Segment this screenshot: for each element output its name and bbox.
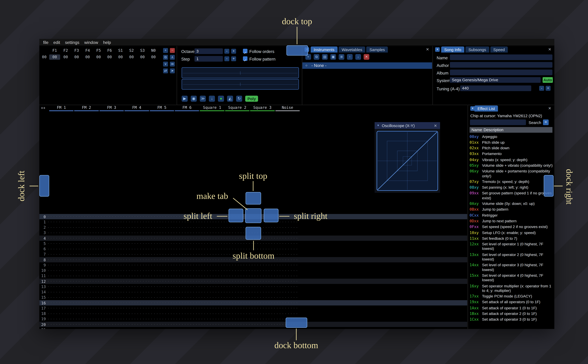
pattern-cell[interactable]: ··········	[123, 231, 148, 235]
duplicate-order-end-button[interactable]: ≫	[170, 62, 175, 66]
channel-header-square-2[interactable]: Square 2	[225, 105, 250, 111]
pattern-cell[interactable]: ··········	[248, 323, 273, 326]
move-order-down-button[interactable]: ∨	[163, 62, 168, 66]
pattern-cell[interactable]: ··········	[248, 290, 273, 294]
dock-target-left[interactable]	[40, 175, 49, 197]
pattern-cell[interactable]: ··········	[148, 269, 173, 272]
pattern-cell[interactable]: ··········	[273, 231, 298, 235]
menu-window[interactable]: window	[84, 40, 99, 45]
pattern-cell[interactable]: ··········	[123, 258, 148, 261]
pattern-cell[interactable]: ··········	[273, 312, 298, 315]
pattern-cell[interactable]: ··········	[173, 253, 198, 256]
play-button[interactable]: ▶	[182, 96, 188, 102]
pattern-row[interactable]: 12······································…	[40, 279, 467, 284]
pattern-cell[interactable]: ··········	[123, 301, 148, 305]
pattern-cell[interactable]: ··········	[47, 258, 73, 261]
remove-order-button[interactable]: −	[170, 48, 175, 53]
pattern-cell[interactable]: ··········	[98, 263, 123, 267]
pattern-row[interactable]: 11······································…	[40, 273, 467, 279]
split-target-top[interactable]	[245, 192, 261, 205]
pattern-cell[interactable]: ··········	[248, 296, 273, 299]
oscilloscope-window[interactable]: ▼ Oscilloscope (X-Y) ✕	[375, 122, 440, 193]
pattern-cell[interactable]: ··········	[47, 226, 73, 229]
pattern-cell[interactable]: ··········	[173, 301, 198, 305]
pattern-cell[interactable]: ··········	[173, 226, 198, 229]
field-input-album[interactable]	[450, 70, 552, 75]
pattern-cell[interactable]: ··········	[248, 285, 273, 289]
pattern-cell[interactable]: ··········	[173, 274, 198, 278]
pattern-cell[interactable]: ··········	[148, 312, 173, 315]
pattern-cell[interactable]: ··········	[123, 269, 148, 272]
pattern-cell[interactable]: ··········	[123, 280, 148, 283]
pattern-cell[interactable]: ··········	[223, 274, 248, 278]
pattern-cell[interactable]: ··········	[248, 328, 273, 329]
step-decrease-button[interactable]: -	[224, 56, 229, 61]
pattern-cell[interactable]: ··········	[123, 215, 148, 218]
pattern-cell[interactable]: ··········	[47, 242, 73, 246]
pattern-cell[interactable]: ··········	[248, 263, 273, 267]
pattern-cell[interactable]: ··········	[148, 285, 173, 289]
channel-header-square-1[interactable]: Square 1	[200, 105, 225, 111]
collapse-icon[interactable]: ▼	[435, 47, 440, 52]
hamburger-menu-icon[interactable]: ≡	[543, 119, 549, 125]
pattern-cell[interactable]: ··········	[148, 242, 173, 246]
pattern-cell[interactable]: ··········	[173, 231, 198, 235]
pattern-cell[interactable]: ··········	[198, 285, 223, 289]
pattern-cell[interactable]: ··········	[123, 220, 148, 224]
split-target-right[interactable]	[264, 209, 278, 222]
pattern-cell[interactable]: ··········	[73, 263, 98, 267]
tuning-increase-button[interactable]: +	[546, 86, 551, 91]
pattern-cell[interactable]: ··········	[123, 328, 148, 329]
pattern-row[interactable]: 9·······································…	[40, 262, 467, 268]
pattern-cell[interactable]: ··········	[73, 247, 98, 251]
tab-effect-list[interactable]: Effect List	[474, 105, 498, 111]
close-icon[interactable]: ✕	[548, 106, 551, 110]
pattern-cell[interactable]: ··········	[223, 290, 248, 294]
pattern-cell[interactable]: ··········	[47, 231, 73, 235]
pattern-cell[interactable]: ··········	[148, 253, 173, 256]
move-order-up-button[interactable]: ∧	[170, 55, 175, 60]
close-icon[interactable]: ✕	[426, 47, 429, 51]
pattern-cell[interactable]: ··········	[98, 328, 123, 329]
pattern-cell[interactable]: ··········	[47, 312, 73, 315]
pattern-cell[interactable]: ··········	[123, 236, 148, 240]
pattern-cell[interactable]: ··········	[123, 226, 148, 229]
pattern-cell[interactable]: ··········	[98, 301, 123, 305]
pattern-cell[interactable]: ··········	[123, 312, 148, 315]
pattern-cell[interactable]: ··········	[223, 280, 248, 283]
pattern-cell[interactable]: ··········	[123, 242, 148, 246]
octave-input[interactable]: 3	[195, 48, 223, 54]
pattern-cell[interactable]: ··········	[198, 231, 223, 235]
pattern-cell[interactable]: ··········	[223, 247, 248, 251]
pattern-cell[interactable]: ··········	[123, 263, 148, 267]
close-icon[interactable]: ✕	[434, 124, 437, 128]
pattern-cell[interactable]: ··········	[173, 328, 198, 329]
pattern-cell[interactable]: ··········	[198, 290, 223, 294]
pattern-cell[interactable]: ··········	[73, 258, 98, 261]
tab-instruments[interactable]: Instruments	[311, 46, 337, 52]
pattern-cell[interactable]: ··········	[98, 247, 123, 251]
pattern-cell[interactable]: ··········	[148, 301, 173, 305]
pattern-cell[interactable]: ··········	[148, 296, 173, 299]
open-instrument-button[interactable]: ▤	[322, 54, 328, 60]
pattern-cell[interactable]: ··········	[198, 258, 223, 261]
pattern-cell[interactable]: ··········	[47, 247, 73, 251]
pattern-cell[interactable]: ··········	[198, 306, 223, 310]
pattern-cell[interactable]: ··········	[248, 247, 273, 251]
pattern-cell[interactable]: ··········	[248, 317, 273, 321]
pattern-cell[interactable]: ··········	[248, 242, 273, 246]
pattern-cell[interactable]: ··········	[198, 236, 223, 240]
pattern-cell[interactable]: ··········	[198, 226, 223, 229]
pattern-cell[interactable]: ··········	[73, 269, 98, 272]
instrument-folders-button[interactable]: ≣	[339, 54, 344, 60]
order-cell-n0[interactable]: 00	[148, 54, 159, 60]
stop-button[interactable]: ◉	[191, 96, 197, 102]
duplicate-instrument-button[interactable]: ⧉	[314, 54, 319, 60]
order-cell-f5[interactable]: 00	[93, 54, 104, 60]
play-pattern-button[interactable]: ≫	[200, 96, 206, 102]
pattern-cell[interactable]: ··········	[173, 242, 198, 246]
pattern-cell[interactable]: ··········	[123, 253, 148, 256]
pattern-cell[interactable]: ··········	[47, 220, 73, 224]
split-target-bottom[interactable]	[245, 227, 261, 240]
change-all-orders-button[interactable]: ⇄	[163, 68, 168, 73]
